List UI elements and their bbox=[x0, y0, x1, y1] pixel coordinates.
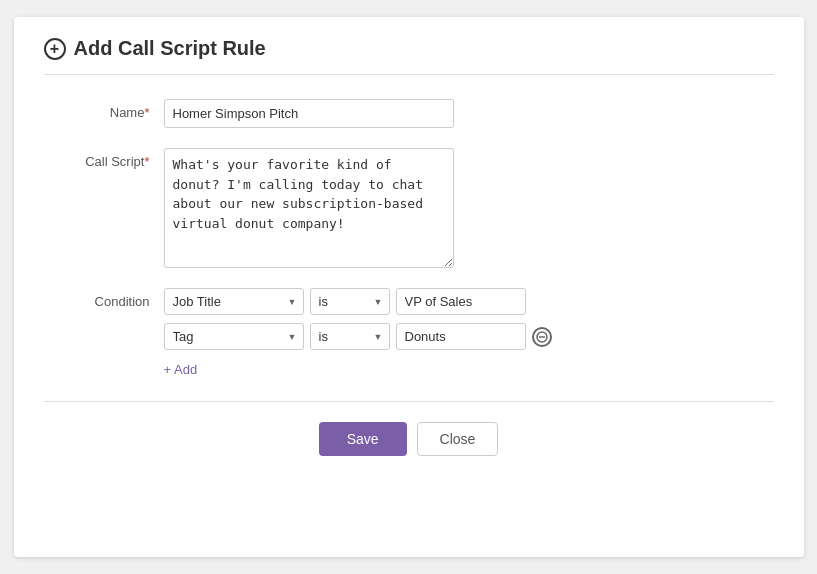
operator-select-wrapper-1: is is not contains bbox=[310, 288, 390, 315]
condition-row-1: Job Title Tag Company First Name Last Na… bbox=[164, 288, 552, 315]
name-label: Name* bbox=[54, 99, 164, 120]
call-script-label: Call Script* bbox=[54, 148, 164, 169]
footer-divider bbox=[44, 401, 774, 402]
operator-select-wrapper-2: is is not contains bbox=[310, 323, 390, 350]
modal-title: Add Call Script Rule bbox=[74, 37, 266, 60]
field-select-wrapper-2: Job Title Tag Company First Name Last Na… bbox=[164, 323, 304, 350]
condition-row-2: Job Title Tag Company First Name Last Na… bbox=[164, 323, 552, 350]
field-select-2[interactable]: Job Title Tag Company First Name Last Na… bbox=[164, 323, 304, 350]
field-select-1[interactable]: Job Title Tag Company First Name Last Na… bbox=[164, 288, 304, 315]
add-icon: + bbox=[44, 38, 66, 60]
name-input[interactable] bbox=[164, 99, 454, 128]
condition-rows: Job Title Tag Company First Name Last Na… bbox=[164, 288, 552, 377]
name-row: Name* bbox=[54, 99, 764, 128]
modal-container: + Add Call Script Rule Name* Call Script… bbox=[14, 17, 804, 557]
condition-value-2[interactable] bbox=[396, 323, 526, 350]
modal-header: + Add Call Script Rule bbox=[44, 37, 774, 75]
field-select-wrapper-1: Job Title Tag Company First Name Last Na… bbox=[164, 288, 304, 315]
footer-buttons: Save Close bbox=[44, 422, 774, 456]
call-script-textarea[interactable]: What's your favorite kind of donut? I'm … bbox=[164, 148, 454, 268]
form-body: Name* Call Script* What's your favorite … bbox=[44, 99, 774, 377]
condition-value-1[interactable] bbox=[396, 288, 526, 315]
operator-select-1[interactable]: is is not contains bbox=[310, 288, 390, 315]
add-condition-link[interactable]: + Add bbox=[164, 362, 552, 377]
condition-label: Condition bbox=[54, 288, 164, 309]
condition-section: Condition Job Title Tag Company First Na… bbox=[54, 288, 764, 377]
remove-condition-button[interactable] bbox=[532, 327, 552, 347]
save-button[interactable]: Save bbox=[319, 422, 407, 456]
call-script-row: Call Script* What's your favorite kind o… bbox=[54, 148, 764, 268]
close-button[interactable]: Close bbox=[417, 422, 499, 456]
operator-select-2[interactable]: is is not contains bbox=[310, 323, 390, 350]
